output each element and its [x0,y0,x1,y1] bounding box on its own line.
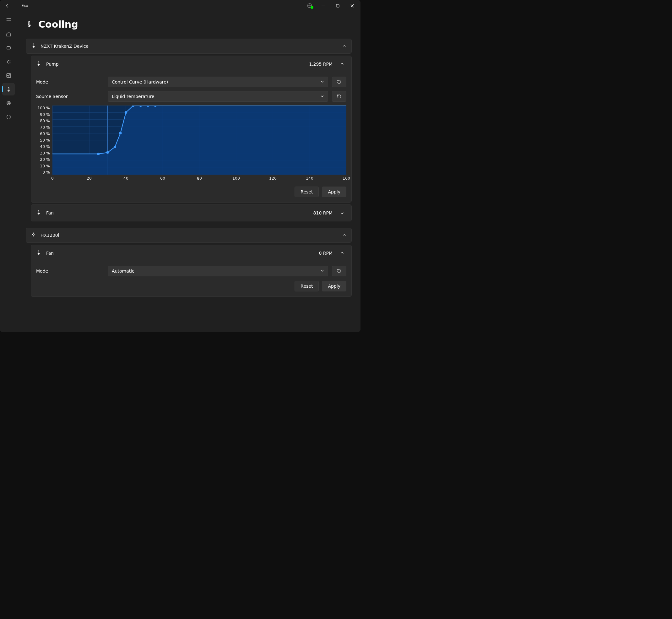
nav-home[interactable] [2,28,15,40]
svg-rect-3 [7,47,10,49]
nav-lighting[interactable] [2,55,15,68]
svg-point-36 [119,132,122,134]
svg-point-8 [29,25,30,26]
chevron-up-icon [342,43,346,49]
sensor-value: Liquid Temperature [112,94,154,99]
channel-header[interactable]: Pump 1,295 RPM [31,56,351,72]
app-title: Exo [21,3,28,8]
titlebar: Exo [0,0,360,11]
nav-devices[interactable] [2,42,15,54]
maximize-button[interactable] [330,0,345,11]
thermometer-icon [36,250,41,256]
nav-dev[interactable] [2,111,15,123]
channel-name: Pump [46,62,59,67]
channel-name: Fan [46,210,54,215]
device-header[interactable]: HX1200i [26,228,351,243]
chevron-down-icon [338,209,346,217]
nav-menu-toggle[interactable] [2,14,15,26]
connection-status[interactable] [304,0,316,11]
undo-icon [337,94,342,99]
undo-icon [337,269,342,274]
mode-reset-button[interactable] [332,266,346,276]
channel-rpm: 1,295 RPM [309,62,333,67]
undo-icon [337,79,342,84]
channel-header[interactable]: Fan 810 RPM [31,205,351,221]
device-header[interactable]: NZXT KrakenZ Device [26,39,351,53]
chevron-up-icon [338,249,346,258]
chevron-up-icon [342,232,346,238]
svg-point-37 [125,111,127,114]
apply-button[interactable]: Apply [322,187,346,197]
menu-icon [6,18,11,23]
channel-panel-psu-fan: Fan 0 RPM Mode Automatic [31,245,352,297]
channel-panel-fan: Fan 810 RPM [31,204,352,221]
thermometer-icon [36,210,41,216]
svg-point-7 [7,101,10,105]
chart-y-axis: 100 %90 %80 %70 %60 %50 %40 %30 %20 %10 … [36,106,53,175]
channel-rpm: 810 RPM [314,210,333,215]
chart-x-axis: 020406080100120140160 [53,176,346,182]
mode-select[interactable]: Control Curve (Hardware) [108,77,328,87]
svg-point-43 [38,253,39,254]
home-icon [6,31,11,37]
chevron-down-icon [320,79,324,84]
mode-select[interactable]: Automatic [108,266,328,276]
svg-point-42 [38,213,39,214]
mode-label: Mode [36,79,104,84]
svg-point-6 [8,90,9,90]
svg-rect-1 [322,6,325,6]
chevron-down-icon [320,269,324,274]
back-button[interactable] [0,0,15,11]
thermometer-icon [26,20,32,28]
mode-value: Control Curve (Hardware) [112,79,168,84]
control-curve-chart[interactable]: 100 %90 %80 %70 %60 %50 %40 %30 %20 %10 … [36,106,346,175]
reset-button[interactable]: Reset [294,187,319,197]
layers-icon [6,100,11,106]
reset-button[interactable]: Reset [294,281,319,291]
device-name: HX1200i [41,233,59,238]
minimize-button[interactable] [316,0,330,11]
thermometer-icon [36,61,41,67]
sensor-reset-button[interactable] [332,91,346,102]
svg-point-4 [7,60,10,63]
bolt-icon [31,232,36,238]
nav-presets[interactable] [2,97,15,109]
chevron-down-icon [320,94,324,99]
svg-point-10 [38,64,39,65]
nav-cooling[interactable] [2,83,15,95]
thermometer-icon [6,87,11,92]
mode-reset-button[interactable] [332,77,346,87]
channel-name: Fan [46,251,54,256]
sensor-select[interactable]: Liquid Temperature [108,91,328,102]
apply-button[interactable]: Apply [322,281,346,291]
sensor-label: Source Sensor [36,94,104,99]
page-title: Cooling [38,19,78,30]
thermometer-icon [31,43,36,49]
svg-point-9 [33,46,34,47]
activity-icon [6,73,11,78]
sidebar [0,11,17,332]
device-panel-hx1200i: HX1200i [26,228,352,243]
bug-icon [6,59,11,64]
nav-monitoring[interactable] [2,69,15,82]
svg-point-33 [97,153,99,155]
page-header: Cooling [26,19,352,30]
chevron-up-icon [338,60,346,68]
svg-rect-2 [336,4,339,7]
device-panel-krakenz: NZXT KrakenZ Device [26,39,352,54]
device-name: NZXT KrakenZ Device [41,44,88,49]
channel-header[interactable]: Fan 0 RPM [31,245,351,261]
chip-icon [6,45,11,51]
channel-panel-pump: Pump 1,295 RPM Mode Control Curve (Hardw… [31,56,352,203]
content-area: Cooling NZXT KrakenZ Device [17,11,360,332]
status-online-dot [311,6,314,9]
channel-rpm: 0 RPM [319,251,333,256]
mode-label: Mode [36,269,104,274]
svg-point-35 [114,146,116,148]
mode-value: Automatic [112,269,134,274]
close-button[interactable] [345,0,359,11]
svg-point-34 [106,151,109,154]
braces-icon [6,114,11,120]
